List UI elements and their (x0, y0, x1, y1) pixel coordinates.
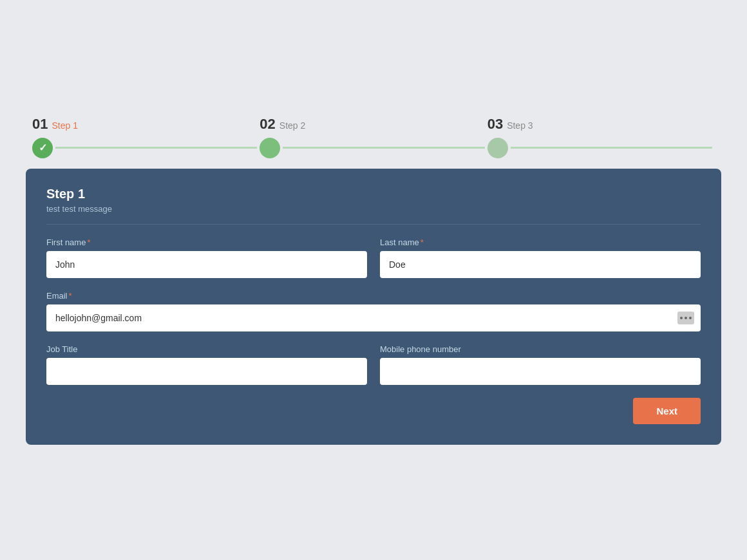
step-2-line (283, 147, 484, 149)
first-name-input[interactable] (46, 251, 367, 278)
form-card: Step 1 test test message First name* Las… (26, 169, 721, 445)
form-actions: Next (46, 398, 701, 424)
step-2-header: 02 Step 2 (260, 116, 305, 133)
job-title-group: Job Title (46, 344, 367, 385)
mobile-group: Mobile phone number (380, 344, 701, 385)
step-3-number: 03 (487, 116, 503, 133)
step-1-circle: ✓ (32, 138, 53, 158)
stepper: 01 Step 1 ✓ 02 Step 2 03 (26, 116, 721, 158)
step-1-label: Step 1 (52, 120, 77, 131)
last-name-group: Last name* (380, 238, 701, 278)
email-required: * (69, 291, 72, 301)
step-3-header: 03 Step 3 (487, 116, 533, 133)
step-1-header: 01 Step 1 (32, 116, 78, 133)
last-name-required: * (421, 238, 424, 247)
step-2-number: 02 (260, 116, 275, 133)
email-icon-dots (680, 317, 692, 319)
form-subtitle: test test message (46, 204, 701, 225)
email-group: Email* (46, 291, 701, 331)
step-3: 03 Step 3 (487, 116, 715, 158)
step-1-indicator-row: ✓ (32, 138, 260, 158)
step-2-label: Step 2 (279, 120, 305, 131)
step-1-line (55, 147, 257, 149)
job-title-input[interactable] (46, 358, 367, 385)
step-3-label: Step 3 (507, 120, 533, 131)
email-picker-icon[interactable] (677, 312, 694, 324)
step-2-indicator-row (260, 138, 487, 158)
form-title: Step 1 (46, 187, 701, 201)
step-2-circle (260, 138, 280, 158)
first-name-label: First name* (46, 238, 367, 247)
last-name-label: Last name* (380, 238, 701, 247)
job-mobile-row: Job Title Mobile phone number (46, 344, 701, 385)
email-label: Email* (46, 291, 701, 301)
page-wrapper: 01 Step 1 ✓ 02 Step 2 03 (26, 116, 721, 445)
next-button[interactable]: Next (633, 398, 701, 424)
first-name-group: First name* (46, 238, 367, 278)
email-row: Email* (46, 291, 701, 331)
name-row: First name* Last name* (46, 238, 701, 278)
step-3-line (511, 147, 712, 149)
step-1-number: 01 (32, 116, 48, 133)
email-input-wrapper (46, 304, 701, 331)
step-3-circle (487, 138, 508, 158)
step-3-indicator-row (487, 138, 715, 158)
mobile-label: Mobile phone number (380, 344, 701, 354)
last-name-input[interactable] (380, 251, 701, 278)
mobile-input[interactable] (380, 358, 701, 385)
job-title-label: Job Title (46, 344, 367, 354)
email-input[interactable] (46, 304, 701, 331)
step-2: 02 Step 2 (260, 116, 487, 158)
step-1-checkmark: ✓ (39, 142, 47, 154)
step-1: 01 Step 1 ✓ (32, 116, 260, 158)
first-name-required: * (87, 238, 90, 247)
